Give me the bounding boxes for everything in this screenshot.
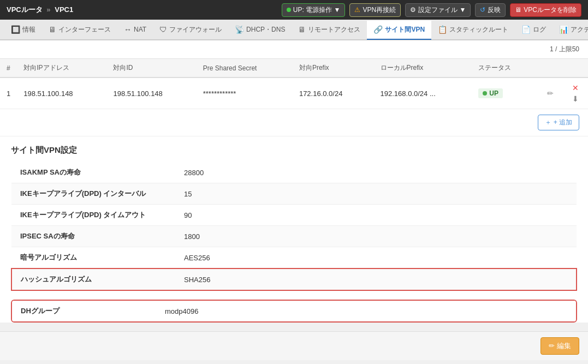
dhcp-icon: 📡 <box>235 25 244 34</box>
setting-dpd-interval-label: IKEキープアライブ(DPD) インターバル <box>11 183 175 205</box>
setting-dpd-timeout-label: IKEキープアライブ(DPD) タイムアウト <box>11 205 175 226</box>
col-local-prefix: ローカルPrefix <box>374 59 472 77</box>
row-delete-cell: ✕ ⬇ <box>563 77 588 109</box>
apply-button[interactable]: ↺ 反映 <box>475 3 506 17</box>
add-icon: ＋ <box>545 118 551 127</box>
setting-cipher: 暗号アルゴリズム AES256 <box>11 247 577 269</box>
topbar-actions: UP: 電源操作 ▼ ⚠ VPN再接続 ⚙ 設定ファイル ▼ ↺ 反映 🖥 VP… <box>282 3 581 17</box>
breadcrumb: VPCルータ » VPC1 <box>7 5 73 15</box>
row-psk: ************ <box>197 77 293 109</box>
interface-icon: 🖥 <box>49 25 56 34</box>
col-peer-ip: 対向IPアドレス <box>17 59 106 77</box>
col-peer-prefix: 対向Prefix <box>293 59 374 77</box>
tab-static[interactable]: 📋 スタティックルート <box>431 21 515 40</box>
delete-vpc-button[interactable]: 🖥 VPCルータを削除 <box>510 3 581 17</box>
setting-ipsec: IPSEC SAの寿命 1800 <box>11 226 577 247</box>
row-local-prefix: 192.168.0.0/24 ... <box>374 77 472 109</box>
topbar: VPCルータ » VPC1 UP: 電源操作 ▼ ⚠ VPN再接続 ⚙ 設定ファ… <box>0 0 588 20</box>
settings-title: サイト間VPN設定 <box>11 145 577 156</box>
power-button[interactable]: UP: 電源操作 ▼ <box>282 3 346 17</box>
bottom-bar: ✏ 編集 <box>0 331 588 360</box>
tab-interface[interactable]: 🖥 インターフェース <box>42 21 117 40</box>
activity-icon: 📊 <box>559 25 568 34</box>
pagination: 1 / 上限50 <box>0 40 588 59</box>
add-button[interactable]: ＋ + 追加 <box>538 115 579 130</box>
main-content: 1 / 上限50 # 対向IPアドレス 対向ID Pre Shared Secr… <box>0 40 588 323</box>
info-icon: 🔲 <box>11 25 20 34</box>
setting-hash: ハッシュアルゴリズム SHA256 <box>11 268 577 290</box>
dh-group-highlighted-row: DHグループ modp4096 <box>11 300 577 323</box>
edit-settings-button[interactable]: ✏ 編集 <box>541 337 579 355</box>
status-badge: UP <box>478 88 503 98</box>
setting-isakmp-value: 28800 <box>175 162 577 183</box>
row-edit-cell: ✏ <box>538 77 563 109</box>
tab-site-vpn[interactable]: 🔗 サイト間VPN <box>367 21 431 40</box>
setting-ipsec-value: 1800 <box>175 226 577 247</box>
row-peer-prefix: 172.16.0.0/24 <box>293 77 374 109</box>
static-icon: 📋 <box>438 25 447 34</box>
setting-dpd-timeout: IKEキープアライブ(DPD) タイムアウト 90 <box>11 205 577 226</box>
log-icon: 📄 <box>521 25 531 34</box>
row-num: 1 <box>0 77 17 109</box>
remote-icon: 🖥 <box>298 25 306 34</box>
settings-table: ISAKMP SAの寿命 28800 IKEキープアライブ(DPD) インターバ… <box>11 162 577 291</box>
tab-log[interactable]: 📄 ログ <box>515 21 553 40</box>
dh-group-label: DHグループ <box>21 306 165 316</box>
config-row-button[interactable]: ⬇ <box>569 93 581 104</box>
setting-dpd-interval: IKEキープアライブ(DPD) インターバル 15 <box>11 183 577 205</box>
config-file-button[interactable]: ⚙ 設定ファイル ▼ <box>405 3 471 17</box>
tab-nat[interactable]: ↔ NAT <box>117 21 153 39</box>
col-actions1 <box>538 59 563 77</box>
row-peer-id: 198.51.100.148 <box>106 77 196 109</box>
vpn-reconnect-button[interactable]: ⚠ VPN再接続 <box>349 3 401 17</box>
dh-group-row-inner: DHグループ modp4096 <box>12 301 576 321</box>
col-actions2 <box>563 59 588 77</box>
table-row: 1 198.51.100.148 198.51.100.148 ********… <box>0 77 588 109</box>
setting-dpd-interval-value: 15 <box>175 183 577 205</box>
tab-firewall[interactable]: 🛡 ファイアウォール <box>153 21 228 40</box>
add-row: ＋ + 追加 <box>0 109 588 136</box>
col-psk: Pre Shared Secret <box>197 59 293 77</box>
row-peer-ip: 198.51.100.148 <box>17 77 106 109</box>
setting-isakmp: ISAKMP SAの寿命 28800 <box>11 162 577 183</box>
tabbar: 🔲 情報 🖥 インターフェース ↔ NAT 🛡 ファイアウォール 📡 DHCP・… <box>0 20 588 40</box>
edit-row-button[interactable]: ✏ <box>544 88 556 99</box>
tab-remote[interactable]: 🖥 リモートアクセス <box>292 21 367 40</box>
vpn-table: # 対向IPアドレス 対向ID Pre Shared Secret 対向Pref… <box>0 59 588 109</box>
nat-icon: ↔ <box>124 25 132 34</box>
delete-row-button[interactable]: ✕ <box>569 82 581 93</box>
col-peer-id: 対向ID <box>106 59 196 77</box>
dh-group-value: modp4096 <box>165 307 198 315</box>
setting-cipher-value: AES256 <box>175 247 577 269</box>
tab-activity[interactable]: 📊 アクティビティ <box>553 21 588 40</box>
status-dot-icon <box>483 91 487 96</box>
setting-hash-label: ハッシュアルゴリズム <box>11 268 175 290</box>
setting-isakmp-label: ISAKMP SAの寿命 <box>11 162 175 183</box>
setting-hash-value: SHA256 <box>175 268 577 290</box>
setting-ipsec-label: IPSEC SAの寿命 <box>11 226 175 247</box>
tab-dhcp[interactable]: 📡 DHCP・DNS <box>228 21 292 40</box>
row-status: UP <box>472 77 538 109</box>
config-icon: ⚙ <box>410 6 416 14</box>
settings-section: サイト間VPN設定 ISAKMP SAの寿命 28800 IKEキープアライブ(… <box>0 136 588 300</box>
vpn-icon: ⚠ <box>354 6 360 14</box>
setting-dpd-timeout-value: 90 <box>175 205 577 226</box>
col-status: ステータス <box>472 59 538 77</box>
col-num: # <box>0 59 17 77</box>
firewall-icon: 🛡 <box>159 25 167 34</box>
delete-icon: 🖥 <box>515 6 521 14</box>
power-status-icon <box>287 8 291 12</box>
apply-icon: ↺ <box>480 6 485 14</box>
tab-info[interactable]: 🔲 情報 <box>4 21 42 40</box>
setting-cipher-label: 暗号アルゴリズム <box>11 247 175 269</box>
site-vpn-icon: 🔗 <box>373 25 383 34</box>
